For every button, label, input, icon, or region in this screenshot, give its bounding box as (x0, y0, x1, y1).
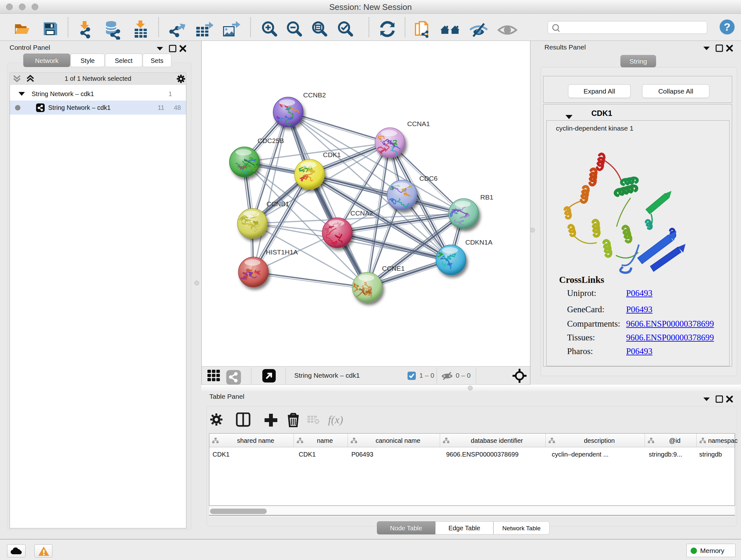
svg-text:CCNA1: CCNA1 (407, 120, 430, 127)
svg-text:CCNB2: CCNB2 (303, 91, 326, 99)
svg-text:CCNB1: CCNB1 (266, 200, 289, 207)
svg-text:CDKN1A: CDKN1A (465, 239, 492, 246)
svg-text:CDC6: CDC6 (419, 175, 437, 182)
svg-text:f(x): f(x) (328, 414, 343, 426)
svg-text:CCNE1: CCNE1 (382, 265, 405, 272)
svg-text:CDC25B: CDC25B (258, 137, 284, 144)
svg-text:HIST1H1A: HIST1H1A (266, 248, 298, 256)
svg-text:CDK1: CDK1 (323, 151, 341, 159)
svg-text:CCNA2: CCNA2 (350, 209, 373, 217)
svg-text:RB1: RB1 (480, 193, 493, 201)
